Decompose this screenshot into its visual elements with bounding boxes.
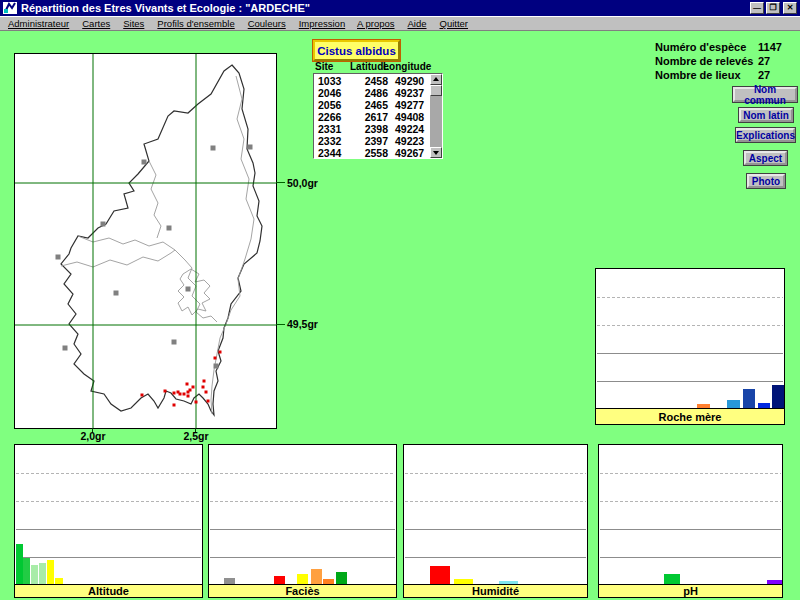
maximize-button[interactable]: ❐: [766, 2, 780, 14]
ardeche-map: [15, 54, 276, 428]
gridline: [210, 501, 395, 502]
gridline: [597, 297, 783, 298]
stat-numero-espece: Numéro d'espèce 1147: [655, 41, 795, 55]
menu-item-cartes[interactable]: Cartes: [82, 18, 110, 29]
menu-item-couleurs[interactable]: Couleurs: [248, 18, 286, 29]
gridline: [405, 557, 586, 558]
aspect-button[interactable]: Aspect: [744, 151, 787, 165]
records-scrollbar[interactable]: [430, 74, 442, 158]
gridline: [600, 529, 781, 530]
cell-latitude: 2398: [350, 123, 388, 135]
nom-commun-button[interactable]: Nom commun: [733, 87, 797, 102]
chart-title-ph: pH: [599, 584, 782, 597]
cell-site: 2266: [314, 111, 350, 123]
chart-panel-altitude: Altitude: [14, 444, 203, 598]
cell-longitude: 49223: [388, 135, 430, 147]
cell-latitude: 2617: [350, 111, 388, 123]
map-panel[interactable]: [14, 53, 277, 429]
gridline: [600, 501, 781, 502]
gridline: [600, 557, 781, 558]
species-name: Cistus albidus: [317, 45, 396, 57]
stat-value: 1147: [758, 41, 795, 55]
chart-panel-humidite: Humidité: [403, 444, 588, 598]
triangle-down-icon: [433, 151, 439, 155]
chart-title-humidite: Humidité: [404, 584, 587, 597]
table-row[interactable]: 1033245849290: [314, 75, 430, 87]
stat-label: Numéro d'espèce: [655, 41, 758, 55]
table-row[interactable]: 2331239849224: [314, 123, 430, 135]
gridline: [16, 529, 201, 530]
gridline: [600, 473, 781, 474]
stat-value: 27: [758, 55, 795, 69]
gridline: [597, 381, 783, 382]
menu-left-group: AdministrateurCartesSitesProfils d'ensem…: [8, 18, 345, 29]
chart-area: [209, 445, 396, 585]
cell-site: 2344: [314, 147, 350, 158]
chart-area: [599, 445, 782, 585]
cell-latitude: 2458: [350, 75, 388, 87]
gridline: [16, 557, 201, 558]
app-icon: [3, 2, 17, 14]
table-row[interactable]: 2344255849267: [314, 147, 430, 158]
cell-longitude: 49237: [388, 87, 430, 99]
explications-button[interactable]: Explications: [736, 128, 795, 142]
altitude-bar: [31, 565, 38, 585]
minimize-button[interactable]: —: [750, 2, 764, 14]
chart-panel-facies: Faciès: [208, 444, 397, 598]
cell-latitude: 2465: [350, 99, 388, 111]
scroll-down-button[interactable]: [430, 147, 442, 158]
lon-label-20: 2,0gr: [76, 430, 110, 442]
cell-site: 2056: [314, 99, 350, 111]
records-listbox[interactable]: 1033245849290204624864923720562465492772…: [313, 73, 443, 159]
cell-longitude: 49277: [388, 99, 430, 111]
chart-panel-ph: pH: [598, 444, 783, 598]
nom-latin-button[interactable]: Nom latin: [739, 108, 793, 122]
cell-site: 2332: [314, 135, 350, 147]
scrollbar-thumb[interactable]: [430, 85, 442, 96]
chart-panel-roche-mere: Roche mère: [595, 268, 785, 425]
menu-item-administrateur[interactable]: Administrateur: [8, 18, 69, 29]
cell-longitude: 49224: [388, 123, 430, 135]
cell-latitude: 2558: [350, 147, 388, 158]
cell-longitude: 49408: [388, 111, 430, 123]
lat-tick: [276, 324, 285, 325]
col-header-site: Site: [315, 61, 333, 72]
gridline: [210, 473, 395, 474]
chart-area: [404, 445, 587, 585]
cell-latitude: 2486: [350, 87, 388, 99]
stat-label: Nombre de lieux: [655, 69, 758, 83]
menu-item-sites[interactable]: Sites: [123, 18, 144, 29]
app-window: { "window": { "title": "Répartition des …: [0, 0, 800, 600]
menu-item-impression[interactable]: Impression: [299, 18, 345, 29]
altitude-bar: [23, 558, 30, 585]
altitude-bar: [16, 544, 23, 585]
humidite-bar: [430, 566, 450, 585]
lat-tick: [276, 182, 285, 183]
coordinate-grid: [15, 54, 276, 428]
table-row[interactable]: 2266261749408: [314, 111, 430, 123]
facies-bar: [311, 569, 322, 585]
lon-label-25: 2,5gr: [179, 430, 213, 442]
menu-item-aide[interactable]: Aide: [408, 18, 427, 29]
menu-item-a-propos[interactable]: A propos: [357, 18, 395, 29]
stat-value: 27: [758, 69, 795, 83]
gridline: [405, 501, 586, 502]
cell-longitude: 49290: [388, 75, 430, 87]
menu-bar: AdministrateurCartesSitesProfils d'ensem…: [0, 16, 800, 31]
chart-area: [596, 269, 784, 409]
menu-item-profils-d-ensemble[interactable]: Profils d'ensemble: [157, 18, 234, 29]
col-header-longitude: Longitude: [383, 61, 431, 72]
altitude-bar: [47, 560, 54, 585]
gridline: [405, 473, 586, 474]
gridline: [405, 529, 586, 530]
table-row[interactable]: 2056246549277: [314, 99, 430, 111]
close-button[interactable]: ✕: [783, 2, 797, 14]
photo-button[interactable]: Photo: [747, 174, 785, 188]
chart-title-facies: Faciès: [209, 584, 396, 597]
table-row[interactable]: 2332239749223: [314, 135, 430, 147]
scroll-up-button[interactable]: [430, 74, 442, 85]
table-row[interactable]: 2046248649237: [314, 87, 430, 99]
triangle-up-icon: [433, 77, 439, 81]
chart-area: [15, 445, 202, 585]
menu-item-quitter[interactable]: Quitter: [440, 18, 469, 29]
